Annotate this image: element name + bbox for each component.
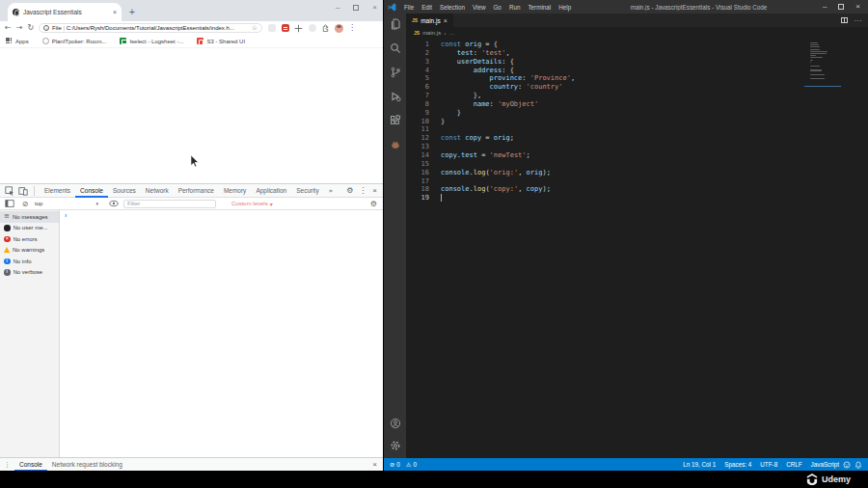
maximize-button[interactable] <box>353 5 359 11</box>
menu-go[interactable]: Go <box>489 4 504 11</box>
address-bar[interactable]: i File | C:/Users/Rysh/Documents/Tutoria… <box>39 23 262 33</box>
console-settings-gear-icon[interactable]: ⚙ <box>370 200 379 208</box>
move-extension-icon[interactable] <box>294 24 303 33</box>
code-line: 5 province: 'Province', <box>406 74 868 83</box>
menu-edit[interactable]: Edit <box>418 4 436 11</box>
split-editor-icon[interactable] <box>841 17 848 23</box>
editor-more-actions-icon[interactable]: ··· <box>854 17 863 24</box>
extension-red-icon[interactable] <box>281 24 289 33</box>
status-javascript[interactable]: JavaScript <box>811 461 839 468</box>
console-filter-warn[interactable]: No warnings <box>0 245 59 257</box>
explorer-icon[interactable] <box>389 17 402 31</box>
menu-selection[interactable]: Selection <box>436 4 469 11</box>
menu-file[interactable]: File <box>400 4 418 11</box>
menu-terminal[interactable]: Terminal <box>524 4 555 11</box>
devtools-kebab-icon[interactable]: ⋮ <box>359 186 366 196</box>
notifications-bell-icon[interactable] <box>854 461 862 469</box>
devtools-close-icon[interactable]: × <box>372 186 377 196</box>
browser-menu-kebab-icon[interactable]: ⋮ <box>348 23 356 33</box>
editor-tab-mainjs[interactable]: JS main.js × <box>406 14 454 27</box>
extensions-puzzle-icon[interactable] <box>321 24 330 33</box>
console-filter-info[interactable]: iNo info <box>0 256 59 267</box>
minimap[interactable] <box>810 42 841 83</box>
console-filter-error[interactable]: ×No errors <box>0 233 59 245</box>
apps-grid-icon <box>6 38 13 44</box>
url-text[interactable]: File | C:/Users/Rysh/Documents/Tutorial/… <box>52 25 249 31</box>
drawer-close-icon[interactable]: × <box>372 460 379 469</box>
devtools-tab-memory[interactable]: Memory <box>219 184 251 198</box>
status-problems[interactable]: ⊘0⚠0 <box>390 461 417 468</box>
more-tabs-icon[interactable]: » <box>326 187 336 195</box>
source-control-icon[interactable] <box>389 66 402 79</box>
vscode-window-controls: – × <box>823 3 864 11</box>
code-text: }, <box>441 92 481 100</box>
menu-help[interactable]: Help <box>555 4 575 11</box>
console-filter-user[interactable]: No user me... <box>0 223 59 234</box>
console-filter-messages[interactable]: ≡No messages <box>0 211 59 223</box>
extension-custom-icon[interactable] <box>389 138 402 151</box>
devtools-tab-performance[interactable]: Performance <box>174 184 219 198</box>
feedback-smiley-icon[interactable] <box>843 461 851 469</box>
minimize-button[interactable]: – <box>336 4 339 12</box>
console-filter-input[interactable] <box>123 200 216 208</box>
status-utf-8[interactable]: UTF-8 <box>760 461 777 468</box>
devtools-tab-security[interactable]: Security <box>291 184 323 198</box>
status-problem-item[interactable]: ⚠0 <box>406 461 417 468</box>
maximize-button[interactable] <box>838 4 844 10</box>
search-icon[interactable] <box>389 41 402 55</box>
status-crlf[interactable]: CRLF <box>786 461 801 468</box>
menu-run[interactable]: Run <box>505 4 525 11</box>
accounts-icon[interactable] <box>389 417 402 430</box>
bookmark-item[interactable]: Apps <box>6 38 29 44</box>
devtools-settings-gear-icon[interactable]: ⚙ <box>346 186 353 196</box>
code-line: 7 }, <box>406 92 868 100</box>
extension-icon[interactable] <box>308 24 316 33</box>
devtools-tab-network[interactable]: Network <box>141 184 174 198</box>
console-sidebar-toggle-icon[interactable] <box>4 199 15 209</box>
refresh-icon[interactable]: ↻ <box>27 23 34 33</box>
console-messages-area[interactable]: › <box>60 210 383 457</box>
tab-close-icon[interactable]: × <box>444 17 448 24</box>
extension-icon[interactable] <box>267 24 276 33</box>
status-spaces[interactable]: Spaces: 4 <box>724 461 751 468</box>
bookmark-item[interactable]: PlanITpoker: Room... <box>42 38 107 44</box>
execution-context-selector[interactable]: top ▾ <box>35 201 104 206</box>
clear-console-icon[interactable]: ⊘ <box>19 199 31 209</box>
log-levels-dropdown[interactable]: Custom levels ▾ <box>231 201 273 207</box>
status-ln[interactable]: Ln 19, Col 1 <box>683 461 716 468</box>
forward-icon[interactable]: → <box>16 23 23 33</box>
minimize-button[interactable]: – <box>823 3 827 11</box>
new-tab-button[interactable]: + <box>129 4 135 21</box>
back-icon[interactable]: ← <box>5 23 12 33</box>
code-editor[interactable]: 1const orig = {2 test: 'test',3 userDeta… <box>406 39 868 458</box>
live-expression-eye-icon[interactable] <box>108 199 120 209</box>
settings-gear-icon[interactable] <box>389 439 402 452</box>
device-toolbar-icon[interactable] <box>17 185 29 196</box>
devtools-tab-sources[interactable]: Sources <box>108 184 141 198</box>
page-info-icon[interactable]: i <box>43 25 49 31</box>
drawer-kebab-icon[interactable]: ⋮ <box>4 461 11 469</box>
close-button[interactable]: × <box>372 4 377 12</box>
breadcrumb[interactable]: JS main.js › … <box>406 27 868 39</box>
devtools-tab-elements[interactable]: Elements <box>40 184 75 198</box>
browser-tab[interactable]: Javascript Essentials × <box>8 3 122 21</box>
devtools-tab-console[interactable]: Console <box>75 184 108 198</box>
extensions-icon[interactable] <box>389 114 402 127</box>
profile-avatar[interactable] <box>335 24 343 33</box>
status-problem-item[interactable]: ⊘0 <box>390 461 400 468</box>
page-viewport[interactable] <box>0 48 383 183</box>
udemy-brand-text: Udemy <box>822 474 851 484</box>
drawer-tab-network-request-blocking[interactable]: Network request blocking <box>47 458 127 472</box>
drawer-tab-console[interactable]: Console <box>14 458 47 472</box>
bookmark-item[interactable]: S3 - Shared UI <box>197 38 245 44</box>
console-prompt-chevron[interactable]: › <box>65 212 67 219</box>
close-button[interactable]: × <box>855 3 860 11</box>
tab-close-icon[interactable]: × <box>113 9 117 15</box>
inspect-element-icon[interactable] <box>4 185 15 196</box>
run-debug-icon[interactable] <box>389 90 402 103</box>
bookmark-item[interactable]: Iselect - Logsheet -... <box>120 38 183 44</box>
bookmark-star-icon[interactable]: ☆ <box>252 24 258 32</box>
menu-view[interactable]: View <box>469 4 490 11</box>
devtools-tab-application[interactable]: Application <box>251 184 291 198</box>
console-filter-verbose[interactable]: iNo verbose <box>0 267 59 279</box>
